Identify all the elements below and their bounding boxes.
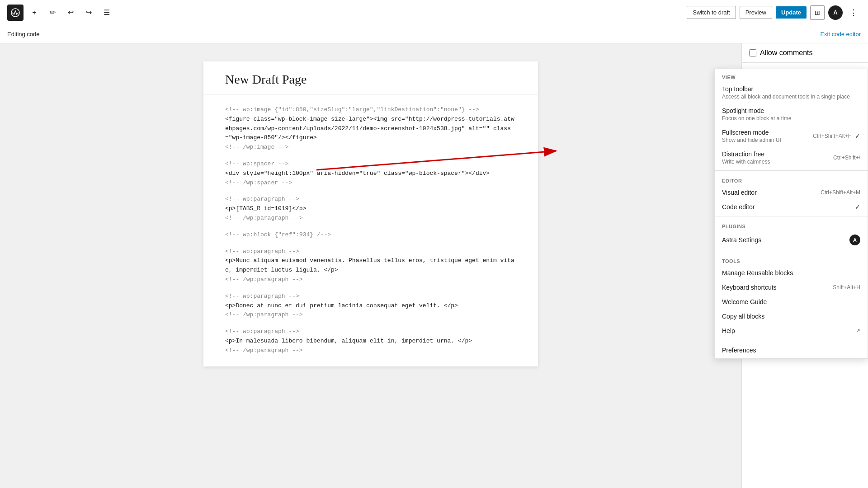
allow-comments-label: Allow comments bbox=[760, 49, 812, 57]
visual-editor-shortcut: Ctrl+Shift+Alt+M bbox=[821, 189, 860, 196]
layout-icon-button[interactable]: ⊞ bbox=[810, 5, 825, 20]
astra-settings-icon: A bbox=[849, 235, 860, 245]
code-line: <!-- wp:image {"id":850,"sizeSlug":"larg… bbox=[225, 105, 516, 115]
top-toolbar-menu-item[interactable]: Top toolbar Access all block and documen… bbox=[715, 82, 868, 103]
code-line: <p>Nunc aliquam euismod venenatis. Phase… bbox=[225, 256, 516, 275]
code-line: <!-- wp:spacer --> bbox=[225, 160, 516, 169]
code-line: <!-- /wp:paragraph --> bbox=[225, 346, 516, 356]
redo-button[interactable]: ↪ bbox=[81, 5, 96, 20]
plugins-section-header: PLUGINS bbox=[715, 218, 868, 231]
keyboard-shortcuts-menu-item[interactable]: Keyboard shortcuts Shift+Alt+H bbox=[715, 280, 868, 295]
code-line: <p>Donec at nunc et dui pretium lacinia … bbox=[225, 301, 516, 311]
copy-all-blocks-label: Copy all blocks bbox=[722, 313, 764, 320]
external-link-icon: ↗ bbox=[856, 328, 860, 334]
options-dropdown-menu: VIEW Top toolbar Access all block and do… bbox=[714, 69, 868, 359]
code-editor-area[interactable]: <!-- wp:image {"id":850,"sizeSlug":"larg… bbox=[203, 94, 538, 366]
main-area: New Draft Page <!-- wp:image {"id":850,"… bbox=[0, 43, 868, 488]
astra-settings-menu-item[interactable]: Astra Settings A bbox=[715, 231, 868, 249]
code-editor-label: Code editor bbox=[722, 203, 755, 211]
page-title-area: New Draft Page bbox=[203, 61, 538, 94]
wp-logo[interactable] bbox=[7, 5, 24, 21]
distraction-free-label: Distraction free bbox=[722, 150, 770, 158]
view-section-header: VIEW bbox=[715, 69, 868, 82]
astra-logo-icon[interactable]: A bbox=[828, 5, 843, 20]
astra-settings-label: Astra Settings bbox=[722, 236, 761, 244]
editor-area: New Draft Page <!-- wp:image {"id":850,"… bbox=[0, 43, 741, 488]
allow-comments-checkbox[interactable] bbox=[749, 49, 756, 56]
visual-editor-label: Visual editor bbox=[722, 189, 757, 196]
fullscreen-mode-label: Fullscreen mode bbox=[722, 129, 781, 136]
preview-button[interactable]: Preview bbox=[740, 6, 772, 19]
editor-section-header: EDITOR bbox=[715, 173, 868, 185]
welcome-guide-label: Welcome Guide bbox=[722, 298, 767, 305]
code-line: <!-- /wp:paragraph --> bbox=[225, 310, 516, 320]
code-line: <div style="height:100px" aria-hidden="t… bbox=[225, 169, 516, 178]
keyboard-shortcut: Shift+Alt+H bbox=[833, 284, 860, 291]
code-editor-menu-item[interactable]: Code editor ✓ bbox=[715, 200, 868, 214]
code-line: <p>In malesuada libero bibendum, aliquam… bbox=[225, 337, 516, 346]
spotlight-mode-label: Spotlight mode bbox=[722, 107, 791, 114]
manage-reusable-label: Manage Reusable blocks bbox=[722, 269, 793, 277]
update-button[interactable]: Update bbox=[776, 6, 807, 19]
switch-to-draft-button[interactable]: Switch to draft bbox=[687, 6, 736, 19]
list-view-button[interactable]: ☰ bbox=[99, 5, 114, 20]
allow-comments-row: Allow comments bbox=[742, 43, 868, 63]
fullscreen-mode-menu-item[interactable]: Fullscreen mode Show and hide admin UI C… bbox=[715, 125, 868, 147]
code-line: <!-- wp:paragraph --> bbox=[225, 292, 516, 301]
preferences-menu-item[interactable]: Preferences bbox=[715, 342, 868, 358]
fullscreen-checkmark: ✓ bbox=[855, 132, 860, 140]
top-toolbar-desc: Access all block and document tools in a… bbox=[722, 94, 850, 100]
page-title: New Draft Page bbox=[225, 72, 516, 87]
help-label: Help bbox=[722, 327, 735, 334]
fullscreen-shortcut: Ctrl+Shift+Alt+F bbox=[813, 133, 851, 139]
preferences-label: Preferences bbox=[722, 347, 756, 354]
code-editor-checkmark: ✓ bbox=[855, 203, 860, 211]
welcome-guide-menu-item[interactable]: Welcome Guide bbox=[715, 295, 868, 309]
code-line: <!-- /wp:paragraph --> bbox=[225, 214, 516, 223]
help-menu-item[interactable]: Help ↗ bbox=[715, 324, 868, 338]
top-bar-left: + ✏ ↩ ↪ ☰ bbox=[7, 5, 114, 21]
undo-button[interactable]: ↩ bbox=[63, 5, 78, 20]
divider-1 bbox=[715, 170, 868, 171]
manage-reusable-menu-item[interactable]: Manage Reusable blocks bbox=[715, 266, 868, 280]
edit-button[interactable]: ✏ bbox=[45, 5, 60, 20]
top-bar-right: Switch to draft Preview Update ⊞ A ⋮ bbox=[687, 5, 861, 20]
code-line: <!-- wp:paragraph --> bbox=[225, 195, 516, 204]
keyboard-shortcuts-label: Keyboard shortcuts bbox=[722, 284, 777, 291]
editing-code-label: Editing code bbox=[7, 31, 40, 38]
distraction-free-desc: Write with calmness bbox=[722, 159, 770, 165]
editor-content: New Draft Page <!-- wp:image {"id":850,"… bbox=[203, 61, 538, 366]
code-line: <!-- /wp:spacer --> bbox=[225, 178, 516, 188]
code-line: <!-- wp:paragraph --> bbox=[225, 247, 516, 257]
top-toolbar-label: Top toolbar bbox=[722, 85, 850, 93]
code-line: <figure class="wp-block-image size-large… bbox=[225, 115, 516, 143]
code-line: <!-- /wp:paragraph --> bbox=[225, 275, 516, 285]
tools-section-header: TOOLS bbox=[715, 253, 868, 266]
fullscreen-mode-desc: Show and hide admin UI bbox=[722, 137, 781, 143]
distraction-free-menu-item[interactable]: Distraction free Write with calmness Ctr… bbox=[715, 147, 868, 169]
visual-editor-menu-item[interactable]: Visual editor Ctrl+Shift+Alt+M bbox=[715, 185, 868, 200]
more-options-button[interactable]: ⋮ bbox=[846, 5, 861, 20]
top-bar: + ✏ ↩ ↪ ☰ Switch to draft Preview Update… bbox=[0, 0, 868, 25]
code-line: <!-- wp:paragraph --> bbox=[225, 327, 516, 337]
divider-4 bbox=[715, 340, 868, 340]
divider-3 bbox=[715, 251, 868, 251]
copy-all-blocks-menu-item[interactable]: Copy all blocks bbox=[715, 309, 868, 324]
distraction-shortcut: Ctrl+Shift+\ bbox=[833, 155, 860, 161]
editing-bar: Editing code Exit code editor bbox=[0, 25, 868, 43]
add-block-button[interactable]: + bbox=[27, 5, 42, 20]
code-line: <!-- wp:block {"ref":934} /--> bbox=[225, 230, 516, 240]
exit-code-editor-button[interactable]: Exit code editor bbox=[820, 31, 861, 38]
spotlight-mode-desc: Focus on one block at a time bbox=[722, 115, 791, 122]
spotlight-mode-menu-item[interactable]: Spotlight mode Focus on one block at a t… bbox=[715, 103, 868, 125]
code-line: <p>[TABS_R id=1019]</p> bbox=[225, 204, 516, 214]
code-line: <!-- /wp:image --> bbox=[225, 143, 516, 152]
divider-2 bbox=[715, 216, 868, 216]
